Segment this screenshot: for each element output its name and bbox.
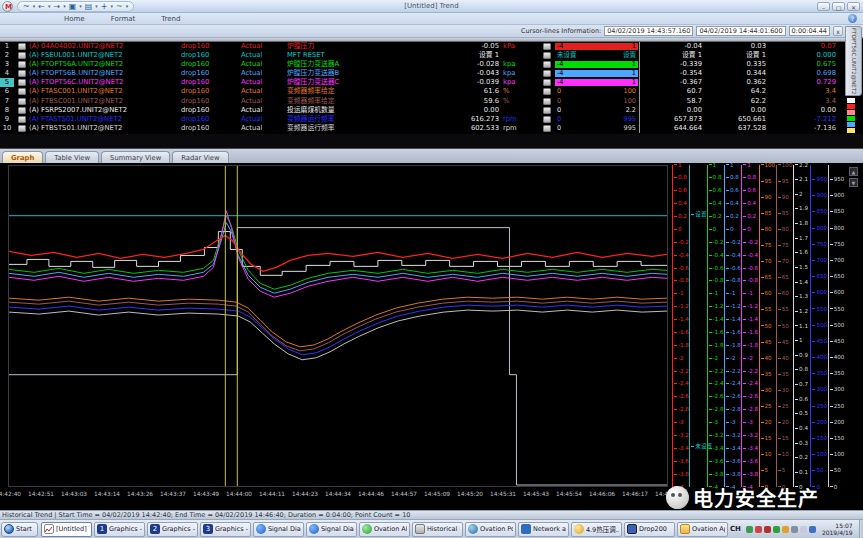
selected-point-side-tab[interactable]: FTOPT56C.UNIT2@NET2 [5] xyxy=(845,26,862,96)
tray-icon[interactable] xyxy=(755,526,762,533)
scale-icon[interactable] xyxy=(539,78,554,87)
tray-icon[interactable] xyxy=(809,526,816,533)
value-type: Actual xyxy=(241,124,287,133)
trend-style-icon[interactable] xyxy=(14,106,29,115)
task-button[interactable]: Drop200 xyxy=(624,522,675,537)
scroll-up-icon[interactable]: ▲ xyxy=(849,167,858,176)
scale-icon[interactable] xyxy=(539,106,554,115)
cursor-info-close-icon[interactable]: x xyxy=(833,26,843,36)
table-row[interactable]: 3(A) FTOPT56A.UNIT2@NET2drop160Actual炉膛压… xyxy=(0,60,845,69)
start-button[interactable]: Start xyxy=(1,522,38,537)
tab-home[interactable]: Home xyxy=(64,15,85,23)
trend-style-icon[interactable] xyxy=(14,115,29,124)
axis-tick-label: -2 xyxy=(726,356,736,361)
point-description: 变频器频率给定 xyxy=(287,87,415,96)
help-icon[interactable]: ? xyxy=(848,14,857,23)
cursor1-value: 0.00 xyxy=(640,106,706,115)
table-row[interactable]: 2(A) FSEUL001.UNIT2@NET2drop160ActualMFT… xyxy=(0,51,845,60)
task-button[interactable]: 2Graphics - -... xyxy=(147,522,198,537)
scale-icon[interactable] xyxy=(539,51,554,60)
row-number: 7 xyxy=(0,97,14,106)
table-row[interactable]: 5(A) FTOPT56C.UNIT2@NET2drop160Actual炉膛压… xyxy=(0,78,845,87)
task-button[interactable]: 3Graphics - -... xyxy=(200,522,251,537)
table-graph-splitter[interactable] xyxy=(0,134,863,149)
scale-icon[interactable] xyxy=(539,69,554,78)
task-button[interactable]: Ovation App... xyxy=(677,522,728,537)
tray-icon[interactable] xyxy=(764,526,771,533)
close-button[interactable]: ✕ xyxy=(847,2,860,11)
axis-tick-label: 1.3 xyxy=(795,294,808,299)
trend-style-icon[interactable] xyxy=(14,78,29,87)
view-tab-summary-view[interactable]: Summary View xyxy=(101,151,170,163)
trend-style-icon[interactable] xyxy=(14,97,29,106)
task-icon-network xyxy=(521,524,531,534)
time-tick-label: 14:45:20 xyxy=(457,491,483,497)
language-indicator[interactable]: CH xyxy=(728,525,743,533)
table-row[interactable]: 8(A) FSRPS2007.UNIT2@NET2drop160Actual投运… xyxy=(0,106,845,115)
taskbar-clock[interactable]: 15:07 2019/4/19 xyxy=(822,522,853,536)
axis-tick-label: 850 xyxy=(812,209,827,214)
task-button[interactable]: Historical Re... xyxy=(412,522,463,537)
trend-style-icon[interactable] xyxy=(14,69,29,78)
trend-style-icon[interactable] xyxy=(14,51,29,60)
engineering-units: rpm xyxy=(503,124,539,133)
axis-tick-label: -2.4 xyxy=(674,381,689,386)
table-row[interactable]: 4(A) FTOPT56B.UNIT2@NET2drop160Actual炉膛压… xyxy=(0,69,845,78)
task-button[interactable]: 1Graphics - -... xyxy=(94,522,145,537)
ribbon-tab-bar: Home Format Trend ? xyxy=(0,13,863,25)
scale-icon[interactable] xyxy=(539,97,554,106)
task-button[interactable]: Ovation Poin... xyxy=(465,522,516,537)
tray-icon[interactable] xyxy=(773,526,780,533)
show-desktop-button[interactable] xyxy=(859,520,863,538)
axis-tick-label: -1.2 xyxy=(743,304,758,309)
task-button[interactable]: Signal Diagra... xyxy=(306,522,357,537)
scroll-down-icon[interactable]: ▼ xyxy=(849,178,858,187)
task-button[interactable]: Network and... xyxy=(518,522,569,537)
task-button[interactable]: Signal Diagra... xyxy=(253,522,304,537)
table-row[interactable]: 10(A) FTBSTS01.UNIT2@NET2drop160Actual变频… xyxy=(0,124,845,133)
trend-plot-area[interactable] xyxy=(8,165,668,487)
drop-name: drop160 xyxy=(181,106,241,115)
axis-tick-label: 5 xyxy=(778,468,786,473)
scale-icon[interactable] xyxy=(539,87,554,96)
axis-tick-label: 1.7 xyxy=(795,236,808,241)
scale-icon[interactable] xyxy=(539,60,554,69)
trend-style-icon[interactable] xyxy=(14,124,29,133)
view-tab-table-view[interactable]: Table View xyxy=(45,151,99,163)
task-button[interactable]: Ovation Alar... xyxy=(359,522,410,537)
table-row[interactable]: 7(A) FTBSC001.UNIT2@NET2drop160Actual变频器… xyxy=(0,97,845,106)
scale-bar: 0100 xyxy=(554,97,640,106)
point-description: 变频器运行频率 xyxy=(287,115,415,124)
minimize-button[interactable]: – xyxy=(817,2,830,11)
scale-bar: -41 xyxy=(554,69,640,78)
view-tab-radar-view[interactable]: Radar View xyxy=(172,151,228,163)
window-controls: – ▢ ✕ xyxy=(817,2,860,11)
tray-icon[interactable] xyxy=(782,526,789,533)
table-row[interactable]: 6(A) FTASC001.UNIT2@NET2drop160Actual变频器… xyxy=(0,87,845,96)
task-button[interactable]: 4.9热压调... xyxy=(571,522,622,537)
table-row[interactable]: 1(A) 04A04002.UNIT2@NET2drop160Actual炉膛压… xyxy=(0,42,845,51)
tray-icon[interactable] xyxy=(800,526,807,533)
axis-tick-label: 95 xyxy=(761,179,772,184)
tray-icon[interactable] xyxy=(746,526,753,533)
axis-tick-label: -0.4 xyxy=(674,253,689,258)
table-row[interactable]: 9(A) FTASTS01.UNIT2@NET2drop160Actual变频器… xyxy=(0,115,845,124)
tab-trend[interactable]: Trend xyxy=(161,15,180,23)
task-button[interactable]: [Untitled] T... xyxy=(41,522,92,537)
scale-icon[interactable] xyxy=(539,124,554,133)
task-label: Historical Re... xyxy=(427,525,460,533)
trend-style-icon[interactable] xyxy=(14,87,29,96)
scale-icon[interactable] xyxy=(539,42,554,51)
trend-style-icon[interactable] xyxy=(14,60,29,69)
tray-icon[interactable] xyxy=(791,526,798,533)
axis-tick-label: 0.1 xyxy=(795,470,808,475)
axis-tick-label: 900 xyxy=(830,193,845,198)
task-label: Signal Diagra... xyxy=(268,525,301,533)
view-tab-graph[interactable]: Graph xyxy=(2,151,43,163)
tab-format[interactable]: Format xyxy=(111,15,136,23)
maximize-button[interactable]: ▢ xyxy=(832,2,845,11)
trend-style-icon[interactable] xyxy=(14,42,29,51)
scale-icon[interactable] xyxy=(539,115,554,124)
axis-tick-label: 100 xyxy=(761,163,776,168)
scale-max: 1 xyxy=(632,79,636,86)
